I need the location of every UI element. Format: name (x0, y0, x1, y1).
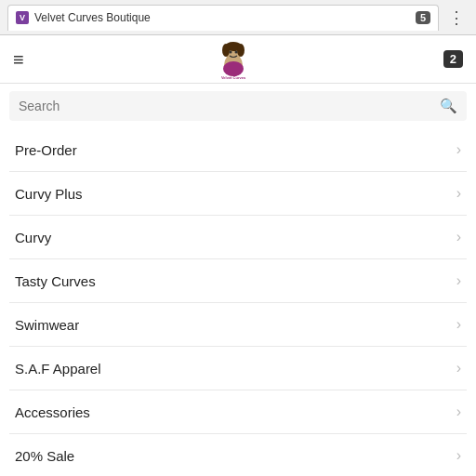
menu-item-label: 20% Sale (15, 448, 74, 464)
chevron-right-icon: › (456, 360, 461, 377)
chevron-right-icon: › (456, 141, 461, 158)
menu-item-label: Accessories (15, 404, 90, 420)
chevron-right-icon: › (456, 185, 461, 202)
menu-item-20-sale[interactable]: 20% Sale › (9, 434, 467, 476)
logo-container: Velvet Curves (213, 39, 254, 80)
menu-item-pre-order[interactable]: Pre-Order › (9, 128, 467, 172)
browser-menu-icon[interactable]: ⋮ (444, 7, 469, 28)
menu-item-swimwear[interactable]: Swimwear › (9, 303, 467, 347)
chevron-right-icon: › (456, 229, 461, 245)
browser-tab[interactable]: V Velvet Curves Boutique 5 (7, 5, 439, 31)
svg-point-6 (235, 50, 238, 53)
chevron-right-icon: › (456, 316, 461, 333)
svg-point-7 (223, 61, 244, 76)
tab-favicon: V (16, 11, 29, 24)
search-icon: 🔍 (440, 98, 457, 114)
browser-chrome: V Velvet Curves Boutique 5 ⋮ (0, 0, 476, 35)
menu-item-label: Tasty Curves (15, 273, 96, 289)
hamburger-menu-icon[interactable]: ≡ (13, 50, 24, 69)
search-bar: 🔍 (9, 91, 467, 121)
svg-point-5 (230, 50, 232, 53)
navigation-menu: Pre-Order › Curvy Plus › Curvy › Tasty C… (0, 128, 476, 476)
menu-item-accessories[interactable]: Accessories › (9, 390, 467, 434)
menu-item-tasty-curves[interactable]: Tasty Curves › (9, 259, 467, 303)
menu-item-curvy[interactable]: Curvy › (9, 216, 467, 259)
cart-badge[interactable]: 2 (443, 50, 463, 68)
chevron-right-icon: › (456, 403, 461, 420)
menu-item-label: S.A.F Apparel (15, 361, 101, 377)
menu-item-label: Curvy Plus (15, 186, 83, 202)
logo-image: Velvet Curves (213, 39, 254, 80)
svg-text:Velvet Curves: Velvet Curves (221, 75, 246, 80)
menu-item-saf-apparel[interactable]: S.A.F Apparel › (9, 347, 467, 390)
menu-item-label: Curvy (15, 230, 51, 245)
app-container: ≡ Velvet Curves (0, 35, 476, 476)
menu-item-label: Pre-Order (15, 142, 77, 158)
svg-point-3 (222, 44, 230, 57)
chevron-right-icon: › (456, 272, 461, 289)
menu-item-label: Swimwear (15, 317, 79, 333)
tab-title: Velvet Curves Boutique (34, 11, 410, 24)
svg-point-4 (237, 44, 245, 57)
menu-item-curvy-plus[interactable]: Curvy Plus › (9, 172, 467, 216)
tab-count-badge[interactable]: 5 (416, 11, 430, 24)
app-header: ≡ Velvet Curves (0, 35, 476, 84)
chevron-right-icon: › (456, 447, 461, 464)
search-input[interactable] (19, 99, 432, 113)
